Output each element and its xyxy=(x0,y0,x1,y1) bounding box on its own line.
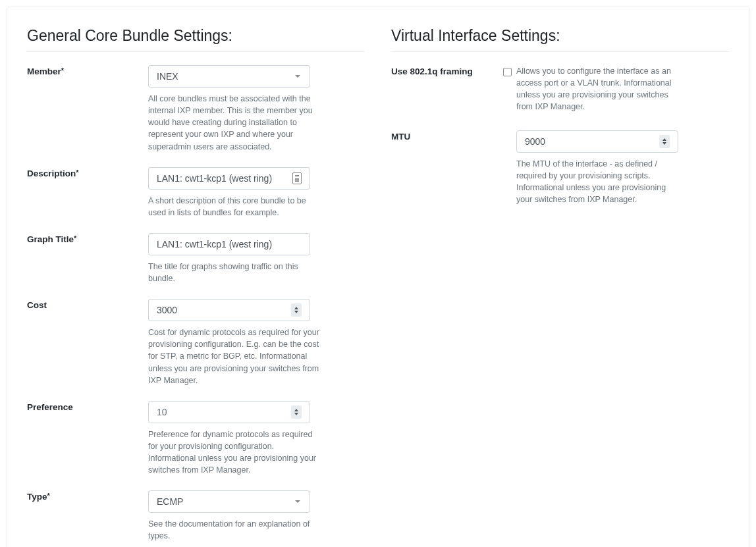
chevron-down-icon xyxy=(295,500,300,503)
description-help: A short description of this core bundle … xyxy=(148,195,319,219)
settings-columns: General Core Bundle Settings: Member* IN… xyxy=(27,23,729,547)
virtual-interface-column: Virtual Interface Settings: Use 802.1q f… xyxy=(391,23,729,547)
type-label: Type* xyxy=(27,490,148,502)
type-row: Type* ECMP See the documentation for an … xyxy=(27,490,365,542)
mtu-row: MTU 9000 The MTU of the interface - as d… xyxy=(391,130,729,206)
description-label: Description* xyxy=(27,167,148,178)
type-help: See the documentation for an explanation… xyxy=(148,518,319,542)
cost-input[interactable]: 3000 xyxy=(148,299,310,321)
virtual-divider xyxy=(391,51,729,52)
use8021q-label: Use 802.1q framing xyxy=(391,65,503,76)
number-stepper-icon[interactable] xyxy=(291,405,302,419)
graph-title-input[interactable]: LAN1: cwt1-kcp1 (west ring) xyxy=(148,233,310,255)
type-select[interactable]: ECMP xyxy=(148,490,310,513)
member-select[interactable]: INEX xyxy=(148,65,310,88)
required-asterisk: * xyxy=(74,234,76,242)
preference-input[interactable]: 10 xyxy=(148,401,310,423)
required-asterisk: * xyxy=(47,492,50,500)
graph-title-value: LAN1: cwt1-kcp1 (west ring) xyxy=(157,239,272,249)
preference-help: Preference for dynamic protocols as requ… xyxy=(148,429,319,477)
chevron-down-icon xyxy=(295,75,300,78)
number-stepper-icon[interactable] xyxy=(659,135,670,148)
cost-help: Cost for dynamic protocols as required f… xyxy=(148,326,319,386)
mtu-help: The MTU of the interface - as defined / … xyxy=(516,158,674,206)
cost-value: 3000 xyxy=(157,305,177,315)
use8021q-checkbox[interactable] xyxy=(503,68,512,76)
mtu-value: 9000 xyxy=(525,136,545,147)
contacts-icon xyxy=(292,172,302,184)
settings-card: General Core Bundle Settings: Member* IN… xyxy=(7,7,749,547)
use8021q-help: Allows you to configure the interface as… xyxy=(516,65,674,113)
preference-label: Preference xyxy=(27,401,148,412)
member-row: Member* INEX All core bundles must be as… xyxy=(27,65,365,153)
required-asterisk: * xyxy=(76,169,78,176)
member-select-value: INEX xyxy=(157,71,178,82)
cost-label: Cost xyxy=(27,299,148,310)
member-label: Member* xyxy=(27,65,148,76)
cost-row: Cost 3000 Cost for dynamic protocols as … xyxy=(27,299,365,386)
mtu-input[interactable]: 9000 xyxy=(516,130,678,153)
use8021q-row: Use 802.1q framing Allows you to configu… xyxy=(391,65,729,113)
general-settings-heading: General Core Bundle Settings: xyxy=(27,27,365,45)
description-value: LAN1: cwt1-kcp1 (west ring) xyxy=(157,173,272,184)
general-divider xyxy=(27,51,365,52)
type-select-value: ECMP xyxy=(157,496,183,507)
required-asterisk: * xyxy=(61,66,64,74)
description-input[interactable]: LAN1: cwt1-kcp1 (west ring) xyxy=(148,167,310,190)
preference-placeholder: 10 xyxy=(157,407,167,417)
preference-row: Preference 10 Preference for dynamic pro… xyxy=(27,401,365,477)
graph-title-help: The title for graphs showing traffic on … xyxy=(148,261,319,284)
member-help: All core bundles must be associated with… xyxy=(148,93,319,153)
virtual-interface-heading: Virtual Interface Settings: xyxy=(391,27,729,45)
graph-title-row: Graph Title* LAN1: cwt1-kcp1 (west ring)… xyxy=(27,233,365,284)
graph-title-label: Graph Title* xyxy=(27,233,148,244)
description-row: Description* LAN1: cwt1-kcp1 (west ring)… xyxy=(27,167,365,219)
general-settings-column: General Core Bundle Settings: Member* IN… xyxy=(27,23,365,547)
number-stepper-icon[interactable] xyxy=(291,303,302,317)
mtu-label: MTU xyxy=(391,130,503,142)
